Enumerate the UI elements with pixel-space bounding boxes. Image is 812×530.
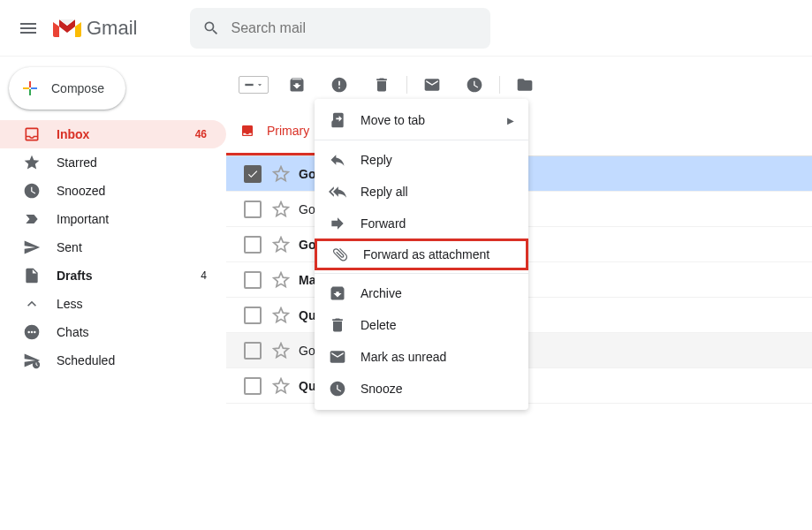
search-icon xyxy=(202,19,220,37)
menu-label: Archive xyxy=(360,286,402,300)
header: Gmail xyxy=(0,0,812,57)
menu-label: Forward as attachment xyxy=(363,247,489,261)
report-spam-button[interactable] xyxy=(318,67,360,102)
sidebar-label: Snoozed xyxy=(57,184,216,198)
gmail-logo[interactable]: Gmail xyxy=(53,17,137,40)
sidebar-label: Chats xyxy=(57,325,216,339)
sidebar-item-sent[interactable]: Sent xyxy=(0,233,226,261)
menu-forward-as-attachment[interactable]: Forward as attachment xyxy=(315,238,528,270)
menu-forward[interactable]: Forward xyxy=(315,208,528,239)
select-indeterminate-icon xyxy=(243,79,255,91)
archive-button[interactable] xyxy=(276,67,318,102)
row-checkbox[interactable] xyxy=(244,271,262,289)
search-bar[interactable] xyxy=(190,8,490,49)
star-icon[interactable] xyxy=(272,165,290,183)
sidebar-label: Important xyxy=(57,212,216,226)
row-checkbox[interactable] xyxy=(244,165,262,183)
email-sender: Go xyxy=(299,167,315,181)
context-menu: Move to tab ▶ Reply Reply all Forward Fo… xyxy=(315,99,528,410)
move-to-tab-icon xyxy=(329,111,346,129)
select-all-checkbox[interactable] xyxy=(239,76,269,94)
row-checkbox[interactable] xyxy=(244,236,262,254)
menu-label: Reply xyxy=(360,153,392,167)
svg-point-3 xyxy=(34,331,36,334)
menu-label: Reply all xyxy=(360,185,408,199)
important-icon xyxy=(23,210,41,228)
menu-reply-all[interactable]: Reply all xyxy=(315,176,528,208)
send-icon xyxy=(23,238,41,256)
menu-reply[interactable]: Reply xyxy=(315,144,528,176)
email-sender: Go xyxy=(299,344,315,358)
menu-move-to-tab[interactable]: Move to tab ▶ xyxy=(315,104,528,136)
clock-icon xyxy=(466,76,483,94)
email-sender: Ma xyxy=(299,273,315,287)
archive-icon xyxy=(288,76,306,94)
star-icon[interactable] xyxy=(272,342,290,360)
mail-icon xyxy=(423,76,441,94)
svg-point-2 xyxy=(31,331,34,334)
row-checkbox[interactable] xyxy=(244,377,262,395)
sidebar-item-chats[interactable]: Chats xyxy=(0,318,226,346)
compose-button[interactable]: Compose xyxy=(9,67,125,110)
inbox-icon xyxy=(240,124,254,138)
menu-label: Mark as unread xyxy=(360,350,446,364)
menu-mark-unread[interactable]: Mark as unread xyxy=(315,341,528,373)
reply-all-icon xyxy=(329,183,346,201)
sidebar-item-less[interactable]: Less xyxy=(0,290,226,318)
delete-button[interactable] xyxy=(360,67,403,102)
draft-icon xyxy=(23,267,41,284)
chats-icon xyxy=(23,323,41,341)
menu-label: Move to tab xyxy=(360,113,425,127)
row-checkbox[interactable] xyxy=(244,201,262,218)
reply-icon xyxy=(329,151,346,169)
star-icon[interactable] xyxy=(272,201,290,218)
star-icon[interactable] xyxy=(272,307,290,324)
star-icon[interactable] xyxy=(272,271,290,289)
email-sender: Qu xyxy=(299,308,315,322)
email-sender: Qu xyxy=(299,379,315,393)
star-icon xyxy=(23,154,41,171)
app-name: Gmail xyxy=(87,17,137,40)
sidebar-item-important[interactable]: Important xyxy=(0,205,226,233)
svg-point-1 xyxy=(27,331,30,334)
sidebar-count: 46 xyxy=(195,128,207,140)
tab-primary[interactable]: Primary xyxy=(226,106,323,155)
snooze-button[interactable] xyxy=(453,67,496,102)
menu-snooze[interactable]: Snooze xyxy=(315,373,528,405)
sidebar-item-scheduled[interactable]: Scheduled xyxy=(0,346,226,375)
menu-delete[interactable]: Delete xyxy=(315,309,528,341)
main-area: Primary Go Go Go Ma xyxy=(226,57,812,530)
row-checkbox[interactable] xyxy=(244,307,262,324)
trash-icon xyxy=(373,76,391,94)
move-to-button[interactable] xyxy=(504,67,546,102)
sidebar-item-snoozed[interactable]: Snoozed xyxy=(0,177,226,205)
clock-icon xyxy=(23,182,41,200)
menu-label: Delete xyxy=(360,318,396,332)
email-sender: Go xyxy=(299,238,315,252)
check-icon xyxy=(247,168,259,180)
sidebar-item-starred[interactable]: Starred xyxy=(0,148,226,177)
sidebar-label: Scheduled xyxy=(57,353,216,367)
hamburger-menu-button[interactable] xyxy=(7,7,49,49)
folder-icon xyxy=(516,76,534,94)
row-checkbox[interactable] xyxy=(244,342,262,360)
hamburger-icon xyxy=(18,18,39,39)
sidebar-item-drafts[interactable]: Drafts 4 xyxy=(0,261,226,290)
star-icon[interactable] xyxy=(272,236,290,254)
star-icon[interactable] xyxy=(272,377,290,395)
menu-label: Snooze xyxy=(360,382,402,396)
mail-icon xyxy=(329,348,346,366)
clock-icon xyxy=(329,380,346,398)
sidebar-count: 4 xyxy=(201,269,207,282)
toolbar-separator xyxy=(499,76,500,94)
menu-separator xyxy=(315,273,528,274)
mark-unread-button[interactable] xyxy=(411,67,453,102)
sidebar-item-inbox[interactable]: Inbox 46 xyxy=(0,120,226,148)
tab-label: Primary xyxy=(267,124,309,138)
search-input[interactable] xyxy=(231,20,478,36)
plus-icon xyxy=(19,78,41,99)
svg-rect-5 xyxy=(245,84,253,86)
submenu-arrow-icon: ▶ xyxy=(507,116,514,125)
toolbar-separator xyxy=(406,76,407,94)
menu-archive[interactable]: Archive xyxy=(315,277,528,309)
